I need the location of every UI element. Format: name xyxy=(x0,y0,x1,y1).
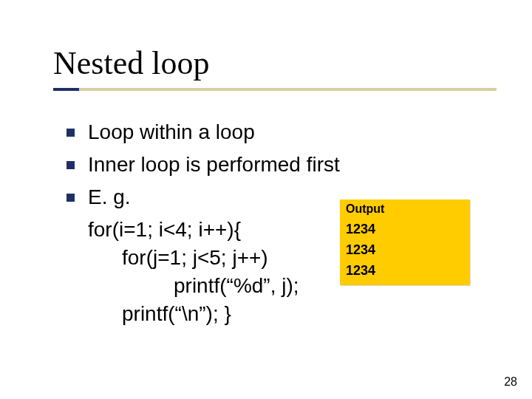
bullet-item: Loop within a loop xyxy=(66,118,480,146)
page-number: 28 xyxy=(504,375,517,389)
bullet-item: Inner loop is performed first xyxy=(66,151,480,179)
slide: Nested loop Loop within a loop Inner loo… xyxy=(0,0,532,399)
title-underline-navy xyxy=(53,88,79,91)
output-row: 1234 xyxy=(346,260,464,281)
square-bullet-icon xyxy=(66,161,75,169)
bullet-text: E. g. xyxy=(88,183,131,211)
bullet-text: Inner loop is performed first xyxy=(88,151,340,179)
square-bullet-icon xyxy=(66,194,75,202)
square-bullet-icon xyxy=(66,129,75,137)
bullet-text: Loop within a loop xyxy=(88,118,255,146)
output-row: 1234 xyxy=(346,239,464,260)
code-line: printf(“\n”); } xyxy=(66,300,480,328)
slide-title: Nested loop xyxy=(53,44,209,86)
title-block: Nested loop xyxy=(53,44,209,86)
output-label: Output xyxy=(346,202,464,216)
output-row: 1234 xyxy=(346,219,464,239)
output-box: Output 1234 1234 1234 xyxy=(340,200,470,285)
title-underline-beige xyxy=(53,88,497,91)
